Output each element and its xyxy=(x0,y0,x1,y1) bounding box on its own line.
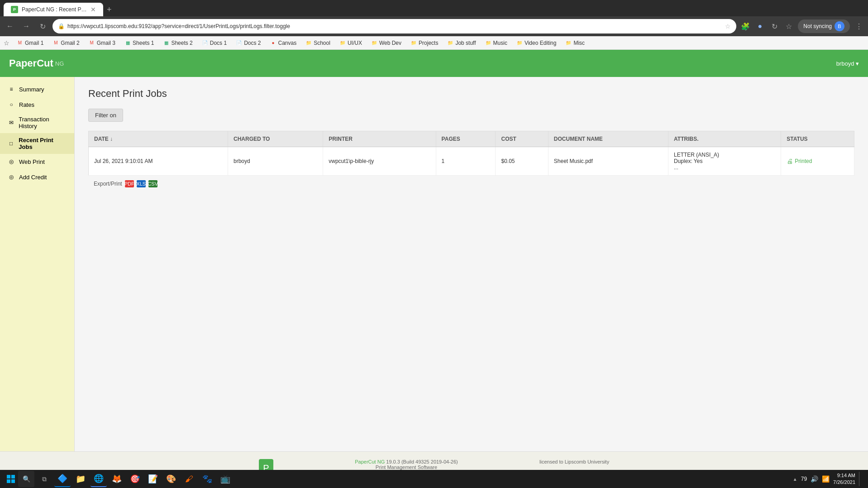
col-date[interactable]: DATE ↓ xyxy=(89,131,228,147)
attribs-line2: Duplex: Yes xyxy=(674,158,775,164)
sync-icon[interactable]: ↻ xyxy=(769,21,780,32)
printer-icon: 🖨 xyxy=(787,158,793,165)
taskbar-chevron[interactable]: ▲ xyxy=(793,477,797,482)
extensions-icon[interactable]: 🧩 xyxy=(740,21,751,32)
profile-icon[interactable]: ● xyxy=(754,21,765,32)
bookmark-sheets1[interactable]: ▦ Sheets 1 xyxy=(121,39,157,47)
taskbar-vscode[interactable]: 🔷 xyxy=(54,471,71,487)
taskbar-app9[interactable]: 🐾 xyxy=(199,471,215,487)
taskbar-app8[interactable]: 🖌 xyxy=(181,471,197,487)
taskbar-volume-icon[interactable]: 🔊 xyxy=(811,475,818,483)
export-xls-button[interactable]: XLS xyxy=(137,180,146,187)
sidebar-item-add-credit[interactable]: ◎ Add Credit xyxy=(0,169,74,185)
canvas-icon: ● xyxy=(270,40,277,46)
cell-attribs: LETTER (ANSI_A) Duplex: Yes ... xyxy=(668,147,781,176)
url-text: https://vwpcut1.lipscomb.edu:9192/app?se… xyxy=(67,23,722,29)
attribs-line1: LETTER (ANSI_A) xyxy=(674,152,775,158)
folder-icon: 📁 xyxy=(447,40,453,46)
bookmark-gmail2[interactable]: M Gmail 2 xyxy=(49,39,83,47)
bookmark-projects[interactable]: 📁 Projects xyxy=(407,39,442,47)
footer-version-text: 19.0.3 (Build 49325 2019-04-26) xyxy=(386,459,458,464)
sidebar-item-recent-print-jobs[interactable]: □ Recent Print Jobs xyxy=(0,133,74,154)
bookmark-docs2[interactable]: 📄 Docs 2 xyxy=(232,39,264,47)
app-logo: PaperCut NG xyxy=(9,57,64,69)
cell-printer: vwpcut1\p-bible-rjy xyxy=(323,147,436,176)
reload-button[interactable]: ↻ xyxy=(36,20,49,33)
cell-doc-name: Sheet Music.pdf xyxy=(548,147,668,176)
bookmark-sheets2[interactable]: ▦ Sheets 2 xyxy=(159,39,196,47)
sidebar-item-summary[interactable]: ≡ Summary xyxy=(0,81,74,97)
sidebar-item-web-print[interactable]: ◎ Web Print xyxy=(0,154,74,169)
col-printer: PRINTER xyxy=(323,131,436,147)
footer-subtitle: Print Management Software xyxy=(281,464,532,470)
bookmark-icon[interactable]: ☆ xyxy=(783,21,794,32)
taskbar-apps: 🔍 ⧉ 🔷 📁 🌐 🦊 🎯 📝 🎨 🖌 🐾 xyxy=(18,471,793,487)
bookmark-docs1[interactable]: 📄 Docs 1 xyxy=(198,39,230,47)
bookmark-misc[interactable]: 📁 Misc xyxy=(562,39,588,47)
bookmark-gmail1[interactable]: M Gmail 1 xyxy=(13,39,47,47)
active-tab[interactable]: P PaperCut NG : Recent Print Jobs ✕ xyxy=(4,3,103,16)
cell-cost: $0.05 xyxy=(496,147,548,176)
taskbar-app6[interactable]: 📝 xyxy=(145,471,161,487)
bookmark-uiux[interactable]: 📁 UI/UX xyxy=(336,39,366,47)
start-button[interactable] xyxy=(4,472,18,486)
taskbar-app5[interactable]: 🎯 xyxy=(127,471,143,487)
address-bar[interactable]: 🔒 https://vwpcut1.lipscomb.edu:9192/app?… xyxy=(52,19,736,33)
sidebar-item-transaction-history[interactable]: ✉ Transaction History xyxy=(0,112,74,133)
table-row: Jul 26, 2021 9:10:01 AM brboyd vwpcut1\p… xyxy=(89,147,854,176)
bookmark-webdev[interactable]: 📁 Web Dev xyxy=(367,39,405,47)
taskbar-app10[interactable]: 📺 xyxy=(217,471,234,487)
taskbar-explorer[interactable]: 📁 xyxy=(72,471,89,487)
bookmark-canvas[interactable]: ● Canvas xyxy=(267,39,300,47)
close-tab-btn[interactable]: ✕ xyxy=(91,6,96,13)
bookmark-music[interactable]: 📁 Music xyxy=(482,39,511,47)
user-menu[interactable]: brboyd ▾ xyxy=(836,60,859,67)
taskbar-search[interactable]: 🔍 xyxy=(18,471,34,487)
col-pages: PAGES xyxy=(436,131,496,147)
taskbar: 🔍 ⧉ 🔷 📁 🌐 🦊 🎯 📝 🎨 🖌 🐾 xyxy=(0,470,868,488)
folder-icon: 📁 xyxy=(485,40,491,46)
gmail-icon: M xyxy=(89,40,95,46)
bookmark-school[interactable]: 📁 School xyxy=(302,39,334,47)
back-button[interactable]: ← xyxy=(4,20,16,33)
folder-icon: 📁 xyxy=(565,40,572,46)
taskbar-clock[interactable]: 9:14 AM 7/26/2021 xyxy=(833,472,855,486)
taskbar-app4[interactable]: 🦊 xyxy=(109,471,125,487)
menu-icon[interactable]: ⋮ xyxy=(854,21,864,32)
taskbar-task-view[interactable]: ⧉ xyxy=(36,471,52,487)
folder-icon: 📁 xyxy=(516,40,523,46)
bookmark-jobstuff[interactable]: 📁 Job stuff xyxy=(444,39,479,47)
footer-version: PaperCut NG 19.0.3 (Build 49325 2019-04-… xyxy=(281,459,532,464)
svg-rect-1 xyxy=(11,475,15,478)
new-tab-button[interactable]: + xyxy=(103,5,115,14)
print-jobs-table: DATE ↓ CHARGED TO PRINTER PAGES COST xyxy=(88,131,854,176)
export-pdf-button[interactable]: PDF xyxy=(125,180,134,187)
svg-rect-3 xyxy=(11,479,15,483)
folder-icon: 📁 xyxy=(339,40,346,46)
sidebar: ≡ Summary ○ Rates ✉ Transaction History … xyxy=(0,77,75,451)
folder-icon: 📁 xyxy=(410,40,417,46)
filter-button[interactable]: Filter on xyxy=(88,109,123,122)
attribs-more[interactable]: ... xyxy=(674,164,678,171)
cell-pages: 1 xyxy=(436,147,496,176)
main-content: Recent Print Jobs Filter on DATE ↓ CHARG… xyxy=(75,77,868,451)
not-syncing-button[interactable]: Not syncing B xyxy=(798,19,850,33)
svg-rect-0 xyxy=(7,475,10,478)
taskbar-show-desktop[interactable] xyxy=(859,472,861,486)
tab-favicon: P xyxy=(11,6,18,13)
export-csv-button[interactable]: CSV xyxy=(148,180,157,187)
cell-status: 🖨 Printed xyxy=(781,147,854,176)
cell-charged-to: brboyd xyxy=(228,147,323,176)
taskbar-app7[interactable]: 🎨 xyxy=(163,471,179,487)
bookmark-videoediting[interactable]: 📁 Video Editing xyxy=(513,39,560,47)
summary-icon: ≡ xyxy=(7,85,15,93)
col-status: STATUS xyxy=(781,131,854,147)
bookmark-star[interactable]: ☆ xyxy=(725,23,731,30)
sidebar-item-rates[interactable]: ○ Rates xyxy=(0,97,74,112)
footer-papercut-brand: PaperCut NG xyxy=(355,459,385,464)
taskbar-chrome[interactable]: 🌐 xyxy=(91,471,107,487)
bookmark-gmail3[interactable]: M Gmail 3 xyxy=(85,39,119,47)
taskbar-network-icon[interactable]: 📶 xyxy=(822,475,830,483)
forward-button[interactable]: → xyxy=(20,20,33,33)
svg-rect-2 xyxy=(7,479,10,483)
